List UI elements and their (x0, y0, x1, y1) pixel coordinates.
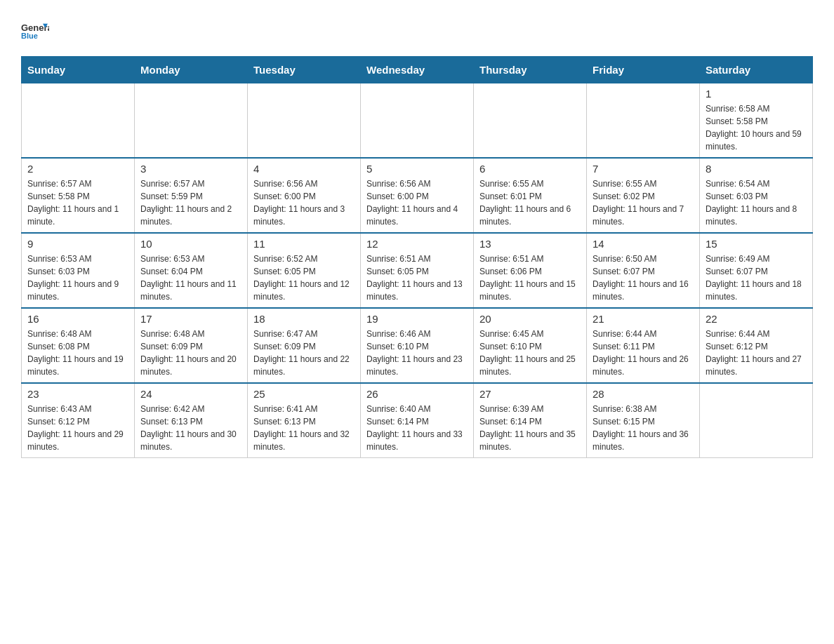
day-info: Sunrise: 6:51 AM Sunset: 6:05 PM Dayligh… (366, 253, 468, 303)
calendar-day-cell: 2Sunrise: 6:57 AM Sunset: 5:58 PM Daylig… (22, 158, 135, 233)
day-info: Sunrise: 6:57 AM Sunset: 5:58 PM Dayligh… (27, 177, 128, 228)
logo-svg: General Blue (21, 14, 49, 49)
calendar-header-row: SundayMondayTuesdayWednesdayThursdayFrid… (22, 57, 813, 83)
day-info: Sunrise: 6:53 AM Sunset: 6:04 PM Dayligh… (140, 253, 241, 303)
calendar-day-cell: 7Sunrise: 6:55 AM Sunset: 6:02 PM Daylig… (587, 158, 700, 233)
day-info: Sunrise: 6:56 AM Sunset: 6:00 PM Dayligh… (253, 177, 355, 228)
day-number: 9 (27, 238, 128, 250)
day-info: Sunrise: 6:51 AM Sunset: 6:06 PM Dayligh… (479, 253, 581, 303)
day-number: 27 (479, 388, 581, 400)
calendar-week-row: 16Sunrise: 6:48 AM Sunset: 6:08 PM Dayli… (22, 308, 813, 383)
day-info: Sunrise: 6:48 AM Sunset: 6:09 PM Dayligh… (140, 328, 241, 378)
day-number: 15 (706, 238, 807, 250)
calendar-day-cell: 12Sunrise: 6:51 AM Sunset: 6:05 PM Dayli… (361, 233, 474, 308)
day-info: Sunrise: 6:54 AM Sunset: 6:03 PM Dayligh… (706, 177, 807, 228)
day-number: 17 (140, 313, 241, 325)
calendar-day-cell: 5Sunrise: 6:56 AM Sunset: 6:00 PM Daylig… (361, 158, 474, 233)
calendar-day-cell: 1Sunrise: 6:58 AM Sunset: 5:58 PM Daylig… (700, 83, 813, 159)
day-info: Sunrise: 6:47 AM Sunset: 6:09 PM Dayligh… (253, 328, 355, 378)
calendar-day-cell: 14Sunrise: 6:50 AM Sunset: 6:07 PM Dayli… (587, 233, 700, 308)
calendar-day-cell: 27Sunrise: 6:39 AM Sunset: 6:14 PM Dayli… (474, 383, 587, 458)
day-number: 18 (253, 313, 355, 325)
day-number: 5 (366, 163, 468, 175)
day-number: 14 (593, 238, 694, 250)
day-info: Sunrise: 6:40 AM Sunset: 6:14 PM Dayligh… (366, 403, 468, 453)
calendar-day-cell: 4Sunrise: 6:56 AM Sunset: 6:00 PM Daylig… (248, 158, 361, 233)
calendar-day-cell (135, 83, 248, 159)
calendar-day-cell (361, 83, 474, 159)
day-info: Sunrise: 6:56 AM Sunset: 6:00 PM Dayligh… (366, 177, 468, 228)
day-number: 7 (593, 163, 694, 175)
day-info: Sunrise: 6:45 AM Sunset: 6:10 PM Dayligh… (479, 328, 581, 378)
calendar-day-cell: 28Sunrise: 6:38 AM Sunset: 6:15 PM Dayli… (587, 383, 700, 458)
calendar-table: SundayMondayTuesdayWednesdayThursdayFrid… (21, 56, 813, 458)
day-number: 11 (253, 238, 355, 250)
day-number: 21 (593, 313, 694, 325)
calendar-day-cell: 9Sunrise: 6:53 AM Sunset: 6:03 PM Daylig… (22, 233, 135, 308)
calendar-week-row: 1Sunrise: 6:58 AM Sunset: 5:58 PM Daylig… (22, 83, 813, 159)
day-number: 6 (479, 163, 581, 175)
day-info: Sunrise: 6:39 AM Sunset: 6:14 PM Dayligh… (479, 403, 581, 453)
day-info: Sunrise: 6:44 AM Sunset: 6:12 PM Dayligh… (706, 328, 807, 378)
calendar-day-cell: 22Sunrise: 6:44 AM Sunset: 6:12 PM Dayli… (700, 308, 813, 383)
calendar-day-cell: 19Sunrise: 6:46 AM Sunset: 6:10 PM Dayli… (361, 308, 474, 383)
day-of-week-header: Saturday (700, 57, 813, 83)
calendar-day-cell: 20Sunrise: 6:45 AM Sunset: 6:10 PM Dayli… (474, 308, 587, 383)
calendar-day-cell: 8Sunrise: 6:54 AM Sunset: 6:03 PM Daylig… (700, 158, 813, 233)
logo-graphic: General Blue (21, 14, 49, 49)
calendar-day-cell (587, 83, 700, 159)
calendar-day-cell: 6Sunrise: 6:55 AM Sunset: 6:01 PM Daylig… (474, 158, 587, 233)
calendar-day-cell: 11Sunrise: 6:52 AM Sunset: 6:05 PM Dayli… (248, 233, 361, 308)
calendar-day-cell (474, 83, 587, 159)
day-info: Sunrise: 6:44 AM Sunset: 6:11 PM Dayligh… (593, 328, 694, 378)
day-info: Sunrise: 6:50 AM Sunset: 6:07 PM Dayligh… (593, 253, 694, 303)
calendar-day-cell: 25Sunrise: 6:41 AM Sunset: 6:13 PM Dayli… (248, 383, 361, 458)
day-number: 1 (706, 88, 807, 100)
calendar-week-row: 2Sunrise: 6:57 AM Sunset: 5:58 PM Daylig… (22, 158, 813, 233)
calendar-day-cell: 15Sunrise: 6:49 AM Sunset: 6:07 PM Dayli… (700, 233, 813, 308)
calendar-day-cell: 10Sunrise: 6:53 AM Sunset: 6:04 PM Dayli… (135, 233, 248, 308)
logo: General Blue (21, 14, 49, 49)
svg-text:Blue: Blue (21, 32, 38, 40)
calendar-day-cell: 13Sunrise: 6:51 AM Sunset: 6:06 PM Dayli… (474, 233, 587, 308)
day-number: 8 (706, 163, 807, 175)
day-of-week-header: Friday (587, 57, 700, 83)
day-info: Sunrise: 6:58 AM Sunset: 5:58 PM Dayligh… (706, 102, 807, 153)
day-number: 24 (140, 388, 241, 400)
day-number: 20 (479, 313, 581, 325)
day-number: 25 (253, 388, 355, 400)
day-number: 28 (593, 388, 694, 400)
day-info: Sunrise: 6:48 AM Sunset: 6:08 PM Dayligh… (27, 328, 128, 378)
calendar-week-row: 23Sunrise: 6:43 AM Sunset: 6:12 PM Dayli… (22, 383, 813, 458)
calendar-day-cell: 23Sunrise: 6:43 AM Sunset: 6:12 PM Dayli… (22, 383, 135, 458)
day-number: 19 (366, 313, 468, 325)
calendar-day-cell (248, 83, 361, 159)
day-info: Sunrise: 6:57 AM Sunset: 5:59 PM Dayligh… (140, 177, 241, 228)
day-info: Sunrise: 6:55 AM Sunset: 6:01 PM Dayligh… (479, 177, 581, 228)
day-number: 12 (366, 238, 468, 250)
day-info: Sunrise: 6:53 AM Sunset: 6:03 PM Dayligh… (27, 253, 128, 303)
day-number: 4 (253, 163, 355, 175)
day-info: Sunrise: 6:49 AM Sunset: 6:07 PM Dayligh… (706, 253, 807, 303)
calendar-day-cell (700, 383, 813, 458)
calendar-day-cell: 26Sunrise: 6:40 AM Sunset: 6:14 PM Dayli… (361, 383, 474, 458)
day-number: 16 (27, 313, 128, 325)
calendar-day-cell: 16Sunrise: 6:48 AM Sunset: 6:08 PM Dayli… (22, 308, 135, 383)
day-number: 3 (140, 163, 241, 175)
day-info: Sunrise: 6:41 AM Sunset: 6:13 PM Dayligh… (253, 403, 355, 453)
day-of-week-header: Sunday (22, 57, 135, 83)
calendar-day-cell: 3Sunrise: 6:57 AM Sunset: 5:59 PM Daylig… (135, 158, 248, 233)
day-number: 13 (479, 238, 581, 250)
calendar-day-cell (22, 83, 135, 159)
day-number: 23 (27, 388, 128, 400)
day-number: 10 (140, 238, 241, 250)
day-number: 22 (706, 313, 807, 325)
day-info: Sunrise: 6:52 AM Sunset: 6:05 PM Dayligh… (253, 253, 355, 303)
day-info: Sunrise: 6:38 AM Sunset: 6:15 PM Dayligh… (593, 403, 694, 453)
calendar-week-row: 9Sunrise: 6:53 AM Sunset: 6:03 PM Daylig… (22, 233, 813, 308)
day-number: 2 (27, 163, 128, 175)
calendar-day-cell: 18Sunrise: 6:47 AM Sunset: 6:09 PM Dayli… (248, 308, 361, 383)
day-info: Sunrise: 6:55 AM Sunset: 6:02 PM Dayligh… (593, 177, 694, 228)
day-info: Sunrise: 6:42 AM Sunset: 6:13 PM Dayligh… (140, 403, 241, 453)
day-of-week-header: Monday (135, 57, 248, 83)
